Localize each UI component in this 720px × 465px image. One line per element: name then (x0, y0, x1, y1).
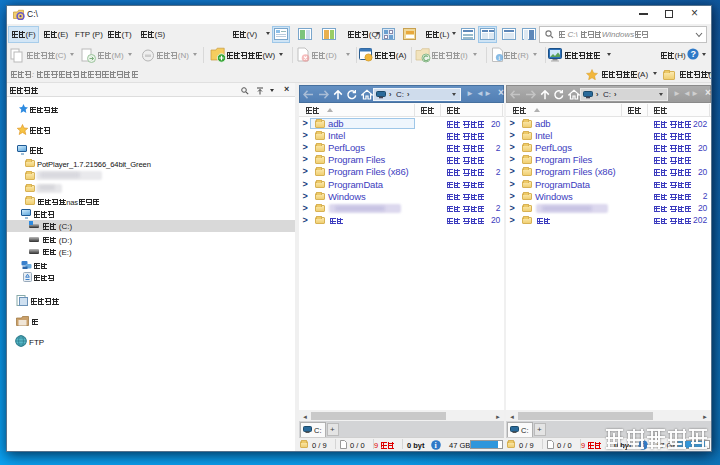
svg-text:i: i (498, 54, 500, 62)
svg-text:?: ? (690, 49, 696, 59)
